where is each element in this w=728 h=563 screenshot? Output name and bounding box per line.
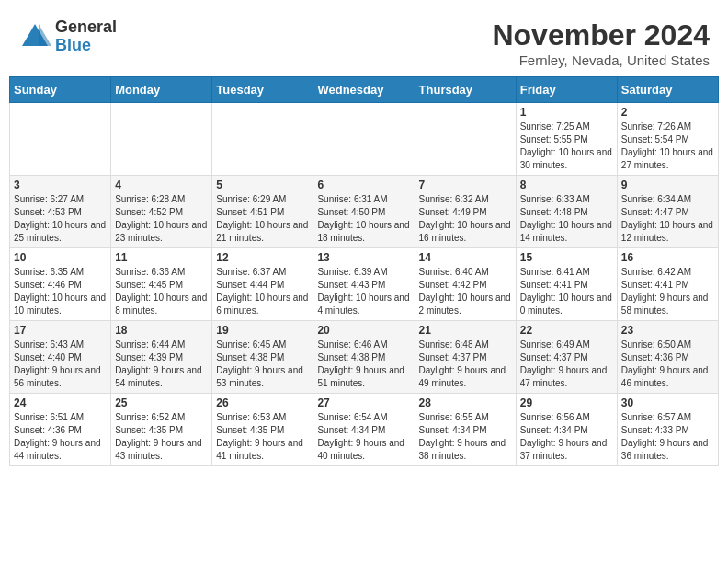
calendar-day-cell: 1Sunrise: 7:25 AM Sunset: 5:55 PM Daylig… bbox=[516, 103, 617, 176]
day-number: 14 bbox=[419, 251, 512, 264]
calendar-day-cell: 18Sunrise: 6:44 AM Sunset: 4:39 PM Dayli… bbox=[111, 321, 212, 394]
calendar-day-cell: 14Sunrise: 6:40 AM Sunset: 4:42 PM Dayli… bbox=[415, 248, 516, 321]
day-info: Sunrise: 6:43 AM Sunset: 4:40 PM Dayligh… bbox=[14, 339, 107, 390]
calendar-day-cell: 22Sunrise: 6:49 AM Sunset: 4:37 PM Dayli… bbox=[516, 321, 617, 394]
calendar-day-cell: 16Sunrise: 6:42 AM Sunset: 4:41 PM Dayli… bbox=[617, 248, 718, 321]
day-number: 13 bbox=[317, 251, 410, 264]
calendar-day-cell: 8Sunrise: 6:33 AM Sunset: 4:48 PM Daylig… bbox=[516, 176, 617, 248]
weekday-header: Thursday bbox=[415, 77, 516, 103]
day-number: 4 bbox=[115, 178, 208, 191]
logo-general-text: General bbox=[55, 18, 117, 37]
weekday-header: Friday bbox=[516, 77, 617, 103]
weekday-header: Monday bbox=[111, 77, 212, 103]
day-number: 29 bbox=[520, 396, 613, 409]
day-number: 2 bbox=[621, 106, 714, 119]
page-header: General Blue November 2024 Fernley, Neva… bbox=[9, 9, 719, 73]
day-number: 5 bbox=[216, 178, 309, 191]
page-title: November 2024 bbox=[492, 18, 710, 52]
day-number: 19 bbox=[216, 324, 309, 337]
calendar-day-cell: 29Sunrise: 6:56 AM Sunset: 4:34 PM Dayli… bbox=[516, 394, 617, 466]
day-info: Sunrise: 7:25 AM Sunset: 5:55 PM Dayligh… bbox=[520, 121, 613, 172]
calendar-day-cell: 30Sunrise: 6:57 AM Sunset: 4:33 PM Dayli… bbox=[617, 394, 718, 466]
calendar-day-cell: 13Sunrise: 6:39 AM Sunset: 4:43 PM Dayli… bbox=[313, 248, 415, 321]
calendar-day-cell bbox=[111, 103, 212, 176]
day-info: Sunrise: 6:53 AM Sunset: 4:35 PM Dayligh… bbox=[216, 411, 309, 463]
svg-marker-1 bbox=[39, 24, 51, 46]
calendar-day-cell: 6Sunrise: 6:31 AM Sunset: 4:50 PM Daylig… bbox=[313, 176, 415, 248]
calendar-week-row: 3Sunrise: 6:27 AM Sunset: 4:53 PM Daylig… bbox=[10, 176, 719, 248]
day-number: 22 bbox=[520, 324, 613, 337]
day-number: 8 bbox=[520, 178, 613, 191]
day-number: 23 bbox=[621, 324, 714, 337]
calendar-day-cell bbox=[10, 103, 111, 176]
calendar-day-cell bbox=[212, 103, 313, 176]
day-number: 1 bbox=[520, 106, 613, 119]
day-number: 30 bbox=[621, 396, 714, 409]
day-info: Sunrise: 6:39 AM Sunset: 4:43 PM Dayligh… bbox=[317, 266, 410, 317]
day-number: 7 bbox=[419, 178, 512, 191]
day-number: 10 bbox=[14, 251, 107, 264]
calendar-day-cell: 19Sunrise: 6:45 AM Sunset: 4:38 PM Dayli… bbox=[212, 321, 313, 394]
day-number: 9 bbox=[621, 178, 714, 191]
calendar-day-cell: 25Sunrise: 6:52 AM Sunset: 4:35 PM Dayli… bbox=[111, 394, 212, 466]
calendar-week-row: 1Sunrise: 7:25 AM Sunset: 5:55 PM Daylig… bbox=[10, 103, 719, 176]
day-info: Sunrise: 6:33 AM Sunset: 4:48 PM Dayligh… bbox=[520, 193, 613, 245]
day-info: Sunrise: 6:46 AM Sunset: 4:38 PM Dayligh… bbox=[317, 339, 410, 390]
calendar-day-cell: 23Sunrise: 6:50 AM Sunset: 4:36 PM Dayli… bbox=[617, 321, 718, 394]
calendar-day-cell: 24Sunrise: 6:51 AM Sunset: 4:36 PM Dayli… bbox=[10, 394, 111, 466]
day-number: 18 bbox=[115, 324, 208, 337]
calendar-day-cell: 26Sunrise: 6:53 AM Sunset: 4:35 PM Dayli… bbox=[212, 394, 313, 466]
calendar-day-cell: 17Sunrise: 6:43 AM Sunset: 4:40 PM Dayli… bbox=[10, 321, 111, 394]
day-number: 12 bbox=[216, 251, 309, 264]
day-number: 17 bbox=[14, 324, 107, 337]
day-number: 20 bbox=[317, 324, 410, 337]
day-info: Sunrise: 6:29 AM Sunset: 4:51 PM Dayligh… bbox=[216, 193, 309, 245]
day-info: Sunrise: 6:28 AM Sunset: 4:52 PM Dayligh… bbox=[115, 193, 208, 245]
calendar-day-cell: 9Sunrise: 6:34 AM Sunset: 4:47 PM Daylig… bbox=[617, 176, 718, 248]
calendar-day-cell: 5Sunrise: 6:29 AM Sunset: 4:51 PM Daylig… bbox=[212, 176, 313, 248]
weekday-header: Wednesday bbox=[313, 77, 415, 103]
logo-icon bbox=[18, 20, 51, 53]
day-number: 3 bbox=[14, 178, 107, 191]
calendar-week-row: 24Sunrise: 6:51 AM Sunset: 4:36 PM Dayli… bbox=[10, 394, 719, 466]
day-info: Sunrise: 6:49 AM Sunset: 4:37 PM Dayligh… bbox=[520, 339, 613, 390]
calendar-week-row: 17Sunrise: 6:43 AM Sunset: 4:40 PM Dayli… bbox=[10, 321, 719, 394]
calendar-day-cell: 21Sunrise: 6:48 AM Sunset: 4:37 PM Dayli… bbox=[415, 321, 516, 394]
day-info: Sunrise: 6:56 AM Sunset: 4:34 PM Dayligh… bbox=[520, 411, 613, 463]
calendar-day-cell: 3Sunrise: 6:27 AM Sunset: 4:53 PM Daylig… bbox=[10, 176, 111, 248]
calendar-day-cell: 10Sunrise: 6:35 AM Sunset: 4:46 PM Dayli… bbox=[10, 248, 111, 321]
day-info: Sunrise: 6:50 AM Sunset: 4:36 PM Dayligh… bbox=[621, 339, 714, 390]
weekday-header: Tuesday bbox=[212, 77, 313, 103]
day-info: Sunrise: 6:35 AM Sunset: 4:46 PM Dayligh… bbox=[14, 266, 107, 317]
calendar-day-cell: 12Sunrise: 6:37 AM Sunset: 4:44 PM Dayli… bbox=[212, 248, 313, 321]
page-subtitle: Fernley, Nevada, United States bbox=[492, 52, 710, 68]
day-info: Sunrise: 6:51 AM Sunset: 4:36 PM Dayligh… bbox=[14, 411, 107, 463]
day-number: 24 bbox=[14, 396, 107, 409]
day-info: Sunrise: 6:44 AM Sunset: 4:39 PM Dayligh… bbox=[115, 339, 208, 390]
logo-blue-text: Blue bbox=[55, 37, 117, 55]
day-number: 16 bbox=[621, 251, 714, 264]
calendar-day-cell: 2Sunrise: 7:26 AM Sunset: 5:54 PM Daylig… bbox=[617, 103, 718, 176]
day-info: Sunrise: 6:34 AM Sunset: 4:47 PM Dayligh… bbox=[621, 193, 714, 245]
day-number: 27 bbox=[317, 396, 410, 409]
day-info: Sunrise: 7:26 AM Sunset: 5:54 PM Dayligh… bbox=[621, 121, 714, 172]
day-info: Sunrise: 6:54 AM Sunset: 4:34 PM Dayligh… bbox=[317, 411, 410, 463]
calendar-day-cell: 27Sunrise: 6:54 AM Sunset: 4:34 PM Dayli… bbox=[313, 394, 415, 466]
calendar-day-cell bbox=[313, 103, 415, 176]
logo: General Blue bbox=[18, 18, 117, 55]
day-info: Sunrise: 6:42 AM Sunset: 4:41 PM Dayligh… bbox=[621, 266, 714, 317]
day-info: Sunrise: 6:36 AM Sunset: 4:45 PM Dayligh… bbox=[115, 266, 208, 317]
calendar-day-cell bbox=[415, 103, 516, 176]
calendar-header-row: SundayMondayTuesdayWednesdayThursdayFrid… bbox=[10, 77, 719, 103]
day-info: Sunrise: 6:32 AM Sunset: 4:49 PM Dayligh… bbox=[419, 193, 512, 245]
calendar-day-cell: 15Sunrise: 6:41 AM Sunset: 4:41 PM Dayli… bbox=[516, 248, 617, 321]
calendar-day-cell: 20Sunrise: 6:46 AM Sunset: 4:38 PM Dayli… bbox=[313, 321, 415, 394]
day-info: Sunrise: 6:37 AM Sunset: 4:44 PM Dayligh… bbox=[216, 266, 309, 317]
day-number: 26 bbox=[216, 396, 309, 409]
day-number: 28 bbox=[419, 396, 512, 409]
weekday-header: Sunday bbox=[10, 77, 111, 103]
day-info: Sunrise: 6:45 AM Sunset: 4:38 PM Dayligh… bbox=[216, 339, 309, 390]
day-number: 15 bbox=[520, 251, 613, 264]
day-info: Sunrise: 6:55 AM Sunset: 4:34 PM Dayligh… bbox=[419, 411, 512, 463]
title-block: November 2024 Fernley, Nevada, United St… bbox=[492, 18, 710, 68]
